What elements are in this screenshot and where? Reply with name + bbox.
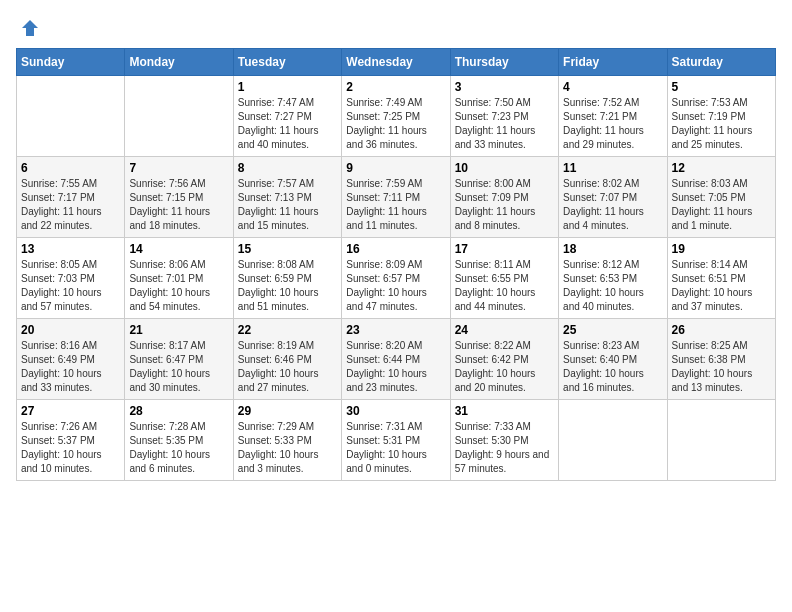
day-info: Sunrise: 8:25 AM Sunset: 6:38 PM Dayligh… [672,339,771,395]
calendar-cell: 4Sunrise: 7:52 AM Sunset: 7:21 PM Daylig… [559,76,667,157]
day-number: 31 [455,404,554,418]
calendar-cell: 25Sunrise: 8:23 AM Sunset: 6:40 PM Dayli… [559,319,667,400]
day-info: Sunrise: 7:49 AM Sunset: 7:25 PM Dayligh… [346,96,445,152]
day-info: Sunrise: 7:59 AM Sunset: 7:11 PM Dayligh… [346,177,445,233]
page-header [16,16,776,36]
calendar-cell: 20Sunrise: 8:16 AM Sunset: 6:49 PM Dayli… [17,319,125,400]
day-number: 15 [238,242,337,256]
calendar-cell [125,76,233,157]
header-thursday: Thursday [450,49,558,76]
calendar-cell: 29Sunrise: 7:29 AM Sunset: 5:33 PM Dayli… [233,400,341,481]
day-info: Sunrise: 8:14 AM Sunset: 6:51 PM Dayligh… [672,258,771,314]
header-saturday: Saturday [667,49,775,76]
day-number: 29 [238,404,337,418]
day-number: 17 [455,242,554,256]
calendar-cell: 3Sunrise: 7:50 AM Sunset: 7:23 PM Daylig… [450,76,558,157]
day-number: 3 [455,80,554,94]
day-number: 5 [672,80,771,94]
day-info: Sunrise: 8:03 AM Sunset: 7:05 PM Dayligh… [672,177,771,233]
day-number: 22 [238,323,337,337]
day-info: Sunrise: 8:16 AM Sunset: 6:49 PM Dayligh… [21,339,120,395]
day-info: Sunrise: 8:00 AM Sunset: 7:09 PM Dayligh… [455,177,554,233]
day-number: 30 [346,404,445,418]
calendar-cell: 23Sunrise: 8:20 AM Sunset: 6:44 PM Dayli… [342,319,450,400]
day-info: Sunrise: 8:20 AM Sunset: 6:44 PM Dayligh… [346,339,445,395]
day-info: Sunrise: 7:55 AM Sunset: 7:17 PM Dayligh… [21,177,120,233]
day-info: Sunrise: 8:19 AM Sunset: 6:46 PM Dayligh… [238,339,337,395]
day-info: Sunrise: 7:56 AM Sunset: 7:15 PM Dayligh… [129,177,228,233]
calendar-cell [667,400,775,481]
calendar-cell: 11Sunrise: 8:02 AM Sunset: 7:07 PM Dayli… [559,157,667,238]
day-info: Sunrise: 7:50 AM Sunset: 7:23 PM Dayligh… [455,96,554,152]
day-number: 11 [563,161,662,175]
day-number: 21 [129,323,228,337]
day-number: 1 [238,80,337,94]
day-info: Sunrise: 7:47 AM Sunset: 7:27 PM Dayligh… [238,96,337,152]
calendar-cell: 6Sunrise: 7:55 AM Sunset: 7:17 PM Daylig… [17,157,125,238]
day-info: Sunrise: 7:53 AM Sunset: 7:19 PM Dayligh… [672,96,771,152]
calendar-cell: 17Sunrise: 8:11 AM Sunset: 6:55 PM Dayli… [450,238,558,319]
day-number: 12 [672,161,771,175]
calendar-cell: 7Sunrise: 7:56 AM Sunset: 7:15 PM Daylig… [125,157,233,238]
header-wednesday: Wednesday [342,49,450,76]
calendar-cell: 28Sunrise: 7:28 AM Sunset: 5:35 PM Dayli… [125,400,233,481]
day-number: 16 [346,242,445,256]
day-number: 23 [346,323,445,337]
calendar-cell: 26Sunrise: 8:25 AM Sunset: 6:38 PM Dayli… [667,319,775,400]
day-info: Sunrise: 7:52 AM Sunset: 7:21 PM Dayligh… [563,96,662,152]
calendar-cell: 10Sunrise: 8:00 AM Sunset: 7:09 PM Dayli… [450,157,558,238]
day-info: Sunrise: 8:23 AM Sunset: 6:40 PM Dayligh… [563,339,662,395]
day-number: 18 [563,242,662,256]
day-number: 28 [129,404,228,418]
calendar-cell [17,76,125,157]
calendar-cell: 16Sunrise: 8:09 AM Sunset: 6:57 PM Dayli… [342,238,450,319]
calendar-cell: 24Sunrise: 8:22 AM Sunset: 6:42 PM Dayli… [450,319,558,400]
calendar-cell: 5Sunrise: 7:53 AM Sunset: 7:19 PM Daylig… [667,76,775,157]
day-number: 25 [563,323,662,337]
calendar-cell: 21Sunrise: 8:17 AM Sunset: 6:47 PM Dayli… [125,319,233,400]
logo-icon [18,16,42,40]
day-number: 4 [563,80,662,94]
calendar-cell: 8Sunrise: 7:57 AM Sunset: 7:13 PM Daylig… [233,157,341,238]
day-info: Sunrise: 7:33 AM Sunset: 5:30 PM Dayligh… [455,420,554,476]
day-number: 2 [346,80,445,94]
day-info: Sunrise: 8:02 AM Sunset: 7:07 PM Dayligh… [563,177,662,233]
header-tuesday: Tuesday [233,49,341,76]
day-info: Sunrise: 7:57 AM Sunset: 7:13 PM Dayligh… [238,177,337,233]
calendar-cell: 22Sunrise: 8:19 AM Sunset: 6:46 PM Dayli… [233,319,341,400]
day-number: 24 [455,323,554,337]
calendar-cell: 2Sunrise: 7:49 AM Sunset: 7:25 PM Daylig… [342,76,450,157]
day-number: 9 [346,161,445,175]
logo [16,16,42,36]
header-friday: Friday [559,49,667,76]
calendar-table: SundayMondayTuesdayWednesdayThursdayFrid… [16,48,776,481]
calendar-cell: 15Sunrise: 8:08 AM Sunset: 6:59 PM Dayli… [233,238,341,319]
day-info: Sunrise: 7:28 AM Sunset: 5:35 PM Dayligh… [129,420,228,476]
calendar-cell: 27Sunrise: 7:26 AM Sunset: 5:37 PM Dayli… [17,400,125,481]
calendar-cell: 13Sunrise: 8:05 AM Sunset: 7:03 PM Dayli… [17,238,125,319]
day-info: Sunrise: 7:29 AM Sunset: 5:33 PM Dayligh… [238,420,337,476]
day-info: Sunrise: 8:05 AM Sunset: 7:03 PM Dayligh… [21,258,120,314]
header-sunday: Sunday [17,49,125,76]
day-info: Sunrise: 7:31 AM Sunset: 5:31 PM Dayligh… [346,420,445,476]
header-monday: Monday [125,49,233,76]
calendar-cell: 12Sunrise: 8:03 AM Sunset: 7:05 PM Dayli… [667,157,775,238]
calendar-cell: 1Sunrise: 7:47 AM Sunset: 7:27 PM Daylig… [233,76,341,157]
day-info: Sunrise: 8:17 AM Sunset: 6:47 PM Dayligh… [129,339,228,395]
calendar-cell: 9Sunrise: 7:59 AM Sunset: 7:11 PM Daylig… [342,157,450,238]
day-info: Sunrise: 8:12 AM Sunset: 6:53 PM Dayligh… [563,258,662,314]
day-number: 8 [238,161,337,175]
day-number: 19 [672,242,771,256]
day-number: 10 [455,161,554,175]
calendar-cell: 19Sunrise: 8:14 AM Sunset: 6:51 PM Dayli… [667,238,775,319]
day-number: 20 [21,323,120,337]
day-number: 7 [129,161,228,175]
calendar-cell: 30Sunrise: 7:31 AM Sunset: 5:31 PM Dayli… [342,400,450,481]
day-info: Sunrise: 7:26 AM Sunset: 5:37 PM Dayligh… [21,420,120,476]
calendar-cell: 31Sunrise: 7:33 AM Sunset: 5:30 PM Dayli… [450,400,558,481]
day-number: 6 [21,161,120,175]
day-info: Sunrise: 8:06 AM Sunset: 7:01 PM Dayligh… [129,258,228,314]
day-number: 14 [129,242,228,256]
day-info: Sunrise: 8:22 AM Sunset: 6:42 PM Dayligh… [455,339,554,395]
calendar-cell [559,400,667,481]
